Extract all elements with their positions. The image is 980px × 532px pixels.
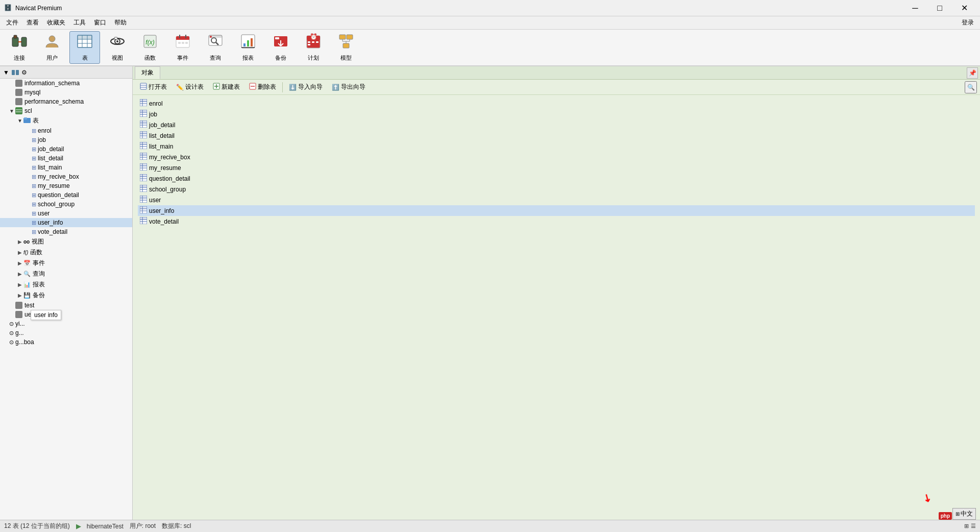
backup-label: 备份 xyxy=(275,54,286,62)
grid-view-icon[interactable]: ⊞ xyxy=(964,523,969,529)
table-job[interactable]: ⊞ job xyxy=(0,135,132,144)
menu-help[interactable]: 帮助 xyxy=(110,17,131,29)
search-button[interactable]: 🔍 xyxy=(965,81,977,93)
table-list-main[interactable]: ⊞ list_main xyxy=(0,163,132,172)
db-mysql[interactable]: mysql xyxy=(0,88,132,97)
folder-event[interactable]: ▶ 📅 事件 xyxy=(0,258,132,269)
svg-point-29 xyxy=(210,36,212,38)
svg-rect-105 xyxy=(140,163,147,166)
folder-label-view: 视图 xyxy=(32,237,44,246)
new-table-icon xyxy=(213,83,220,91)
menu-favorites[interactable]: 收藏夹 xyxy=(43,17,69,29)
db-yi[interactable]: ⊙ yi... xyxy=(0,319,132,328)
list-view-icon[interactable]: ☰ xyxy=(971,523,976,529)
list-item-label-enrol: enrol xyxy=(149,100,163,107)
folder-label-function: 函数 xyxy=(30,248,42,257)
table-name-user-info: user_info xyxy=(38,219,63,226)
list-item-my-resume[interactable]: my_resume xyxy=(138,162,975,173)
toolbar-event[interactable]: 事件 xyxy=(167,31,198,64)
folder-function[interactable]: ▶ f() 函数 xyxy=(0,247,132,258)
list-item-vote-detail[interactable]: vote_detail xyxy=(138,216,975,227)
delete-table-btn[interactable]: 删除表 xyxy=(245,81,280,93)
list-item-list-detail[interactable]: list_detail xyxy=(138,130,975,141)
table-name-list-detail: list_detail xyxy=(38,155,63,162)
list-item-enrol[interactable]: enrol xyxy=(138,98,975,109)
menu-file[interactable]: 文件 xyxy=(2,17,22,29)
minimize-button[interactable]: ─ xyxy=(903,0,927,16)
tab-objects[interactable]: 对象 xyxy=(135,66,160,79)
login-button[interactable]: 登录 xyxy=(958,17,978,29)
menu-view[interactable]: 查看 xyxy=(22,17,43,29)
table-user-info[interactable]: ⊞ user_info xyxy=(0,218,132,227)
db-name-performance-schema: performance_schema xyxy=(24,98,84,105)
svg-rect-23 xyxy=(182,42,184,44)
table-user[interactable]: ⊞ user xyxy=(0,209,132,218)
folder-icon-table xyxy=(23,117,31,125)
table-name-user: user xyxy=(38,210,50,217)
db-test[interactable]: test xyxy=(0,301,132,310)
menu-window[interactable]: 窗口 xyxy=(90,17,110,29)
folder-report[interactable]: ▶ 📊 报表 xyxy=(0,279,132,290)
export-wizard-btn[interactable]: ⬆️ 导出向导 xyxy=(328,81,370,93)
list-item-job[interactable]: job xyxy=(138,109,975,119)
table-job-detail[interactable]: ⊞ job_detail xyxy=(0,144,132,154)
new-table-btn[interactable]: 新建表 xyxy=(209,81,244,93)
list-item-list-main[interactable]: list_main xyxy=(138,141,975,152)
table-vote-detail[interactable]: ⊞ vote_detail xyxy=(0,227,132,236)
toolbar-view[interactable]: 视图 xyxy=(102,31,133,64)
pin-button[interactable]: 📌 xyxy=(967,67,978,79)
svg-rect-3 xyxy=(21,37,27,46)
toolbar-backup[interactable]: 备份 xyxy=(265,31,296,64)
tab-objects-label: 对象 xyxy=(141,69,154,76)
toolbar-model[interactable]: 模型 xyxy=(331,31,361,64)
menu-tools[interactable]: 工具 xyxy=(69,17,90,29)
title-bar: 🗄️ Navicat Premium ─ □ ✕ xyxy=(0,0,980,16)
list-item-my-recive-box[interactable]: my_recive_box xyxy=(138,152,975,162)
db-ue[interactable]: ue user info xyxy=(0,310,132,319)
open-table-btn[interactable]: 打开表 xyxy=(136,81,171,93)
toolbar-table[interactable]: 表 xyxy=(69,31,100,64)
toolbar-user[interactable]: 用户 xyxy=(37,31,67,64)
toolbar-schedule[interactable]: ⏰ 计划 xyxy=(298,31,329,64)
db-scl[interactable]: ▼ scl xyxy=(0,106,132,115)
design-table-btn[interactable]: ✏️ 设计表 xyxy=(172,81,208,93)
ime-indicator[interactable]: ⊞ 中文 xyxy=(952,508,976,520)
sidebar-collapse-icon[interactable]: ▼ xyxy=(3,69,9,76)
maximize-button[interactable]: □ xyxy=(928,0,951,16)
folder-backup[interactable]: ▶ 💾 备份 xyxy=(0,290,132,301)
toolbar-report[interactable]: 报表 xyxy=(233,31,263,64)
status-bar: 12 表 (12 位于当前的组) ▶ hibernateTest 用户: roo… xyxy=(0,520,980,532)
toolbar-function[interactable]: f(x) 函数 xyxy=(135,31,165,64)
svg-rect-100 xyxy=(140,153,147,155)
db-gboa[interactable]: ⊙ g...boa xyxy=(0,337,132,347)
toolbar-connect[interactable]: 连接 xyxy=(4,31,35,64)
table-name-job-detail: job_detail xyxy=(38,146,64,153)
window-controls[interactable]: ─ □ ✕ xyxy=(903,0,976,16)
db-icon-g1: ⊙ xyxy=(9,330,14,336)
table-enrol[interactable]: ⊞ enrol xyxy=(0,126,132,135)
svg-rect-75 xyxy=(140,99,147,102)
table-my-recive-box[interactable]: ⊞ my_recive_box xyxy=(0,172,132,181)
db-performance-schema[interactable]: performance_schema xyxy=(0,97,132,106)
close-button[interactable]: ✕ xyxy=(952,0,976,16)
folder-table[interactable]: ▼ 表 xyxy=(0,115,132,126)
svg-rect-14 xyxy=(114,37,117,39)
table-list-detail[interactable]: ⊞ list_detail xyxy=(0,154,132,163)
folder-query[interactable]: ▶ 🔍 查询 xyxy=(0,269,132,279)
svg-rect-58 xyxy=(16,108,22,114)
list-item-job-detail[interactable]: job_detail xyxy=(138,119,975,130)
toolbar-query[interactable]: 查询 xyxy=(200,31,231,64)
list-item-user[interactable]: user xyxy=(138,195,975,205)
list-item-question-detail[interactable]: question_detail xyxy=(138,173,975,184)
folder-view[interactable]: ▶ oo 视图 xyxy=(0,236,132,247)
list-item-user-info[interactable]: user_info xyxy=(138,205,975,216)
db-information-schema[interactable]: information_schema xyxy=(0,79,132,88)
table-question-detail[interactable]: ⊞ question_detail xyxy=(0,190,132,200)
db-g1[interactable]: ⊙ g... xyxy=(0,328,132,337)
list-item-school-group[interactable]: school_group xyxy=(138,184,975,195)
import-wizard-btn[interactable]: ⬇️ 导入向导 xyxy=(285,81,327,93)
table-school-group[interactable]: ⊞ school_group xyxy=(0,200,132,209)
db-name-gboa: g...boa xyxy=(15,338,34,346)
table-grid-icon-job-detail: ⊞ xyxy=(32,146,36,153)
table-my-resume[interactable]: ⊞ my_resume xyxy=(0,181,132,190)
